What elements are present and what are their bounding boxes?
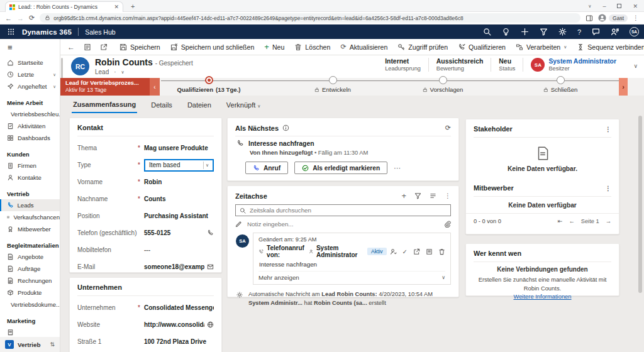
sidebar-item-invoices[interactable]: Rechnungen [0,275,60,287]
timeline-entry-autopost[interactable]: Automatische Nachricht am Lead Robin Cou… [228,285,458,308]
browser-menu-icon[interactable]: ⋮ [633,14,639,21]
show-more-link[interactable]: Mehr anzeigen ∨ [258,271,445,281]
competitors-more-icon[interactable]: ⋮ [605,185,611,192]
next-activity[interactable]: Interesse nachfragen [236,140,450,147]
timeline-search[interactable] [235,204,451,216]
field-company[interactable]: Unternehmen* Consolidated Messenger [70,299,221,316]
feedback-chat-icon[interactable] [592,28,600,36]
paperclip-icon[interactable] [444,221,451,228]
bpf-stage-close[interactable]: Schließen [510,78,611,93]
more-info-link[interactable]: Weitere Informationen [513,293,571,300]
browser-reload-icon[interactable]: ⟳ [29,14,35,22]
timeline-collapse-icon[interactable] [430,192,436,199]
timeline-add-icon[interactable]: + [401,191,406,201]
browser-tab[interactable]: Lead: : Robin Counts - Dynamics ✕ [5,1,123,12]
header-field-lead-source[interactable]: Internet Leadursprung [377,58,429,72]
timeline-more-icon[interactable]: ⋮ [445,192,451,199]
tab-files[interactable]: Dateien [186,99,213,113]
tab-related[interactable]: Verknüpft ∨ [225,99,262,113]
bpf-stage-qualify[interactable]: Qualifizieren(13 Tge.) [158,78,259,93]
field-website[interactable]: Website http://www.consolidatedmes... [70,316,221,333]
sidebar-item-sales-accelerator[interactable]: Vertriebsbeschleu... [0,108,60,120]
sidebar-item-accounts[interactable]: Firmen [0,160,60,172]
bpf-stage-develop[interactable]: Entwickeln [282,78,383,93]
field-firstname[interactable]: Vorname* Robin [70,173,221,190]
sync-icon[interactable]: ⟳ [445,124,451,132]
next-page-icon[interactable]: → [606,218,611,224]
field-type[interactable]: Type* Item based ∨ [70,157,221,173]
area-switcher[interactable]: V Vertrieb ⇅ [0,337,60,352]
field-business-phone[interactable]: Telefon (geschäftlich) 555-0125 [70,224,221,241]
browser-back-icon[interactable]: ← [5,14,12,22]
dynamics-brand[interactable]: Dynamics 365 [22,28,72,36]
header-field-status[interactable]: Neu Status [491,58,523,72]
note-icon[interactable] [426,248,433,255]
field-street1[interactable]: Straße 1 100 72nd Plaza Drive [70,333,221,350]
field-jobtitle[interactable]: Position Purchasing Assistant [70,207,221,224]
help-icon[interactable]: ? [577,28,581,36]
field-mobile-phone[interactable]: Mobiltelefon --- [70,241,221,258]
tab-details[interactable]: Details [150,99,174,113]
header-field-rating[interactable]: Aussichtsreich Bewertung [429,58,492,72]
sidebar-item-opportunities[interactable]: Verkaufschancen [0,211,60,223]
app-name[interactable]: Sales Hub [85,28,115,36]
sidebar-item-quotes[interactable]: Angebote [0,251,60,263]
quick-create-icon[interactable] [521,28,529,36]
sitemap-hamburger-icon[interactable]: ≡ [0,39,60,55]
url-field[interactable]: orgb95d5c1b.crm4.dynamics.com/main.aspx?… [40,13,580,23]
sidebar-item-contacts[interactable]: Kontakte [0,172,60,184]
sidebar-item-activities[interactable]: Aktivitäten [0,120,60,132]
sidebar-item-orders[interactable]: Aufträge [0,263,60,275]
bpf-process-box[interactable]: Lead für Vertriebsprozes... Aktiv für 13… [60,78,150,96]
browser-forward-icon[interactable]: → [17,14,24,22]
waffle-icon[interactable] [0,28,22,35]
field-email[interactable]: E-Mail someone18@example.com [70,258,221,275]
sidebar-item-dashboards[interactable]: Dashboards [0,132,60,144]
record-entity[interactable]: Lead · ∨ [95,69,125,75]
settings-gear-icon[interactable] [558,28,567,36]
field-topic[interactable]: Thema* Mag unsere Produkte [70,140,221,157]
search-icon[interactable] [483,28,491,36]
user-avatar[interactable]: SA [630,27,639,36]
person-flag-icon[interactable] [611,28,619,36]
tab-summary[interactable]: Zusammenfassung [72,98,137,113]
field-lastname[interactable]: Nachname* Counts [70,190,221,207]
body-scrollbar-thumb[interactable] [638,116,642,293]
open-record-icon[interactable] [413,248,420,255]
prev-page-icon[interactable]: ← [569,218,574,224]
browser-profile-button[interactable]: Gast [598,14,628,22]
note-input[interactable] [247,221,439,228]
timeline-search-input[interactable] [250,207,447,214]
bpf-next-stage-button[interactable]: › [619,78,628,96]
filter-icon[interactable] [540,28,548,36]
timeline-note-row[interactable] [235,221,451,228]
sidebar-item-home[interactable]: Startseite [0,57,60,69]
header-expand-chevron-icon[interactable]: ∨ [633,63,638,69]
sidebar-item-leads[interactable]: Leads [0,199,60,211]
mark-complete-button[interactable]: Als erledigt markieren [294,162,387,174]
call-button[interactable]: Anruf [245,162,288,174]
type-combobox[interactable]: Item based ∨ [144,159,214,172]
email-icon[interactable] [207,263,214,270]
tab-close-icon[interactable]: ✕ [114,4,119,10]
info-icon[interactable] [282,124,289,131]
window-close-button[interactable]: ✕ [633,3,638,9]
sidebar-item-sales-literature[interactable]: Vertriebsdokume... [0,299,60,311]
trash-icon[interactable] [438,248,445,255]
sidebar-item-pinned[interactable]: Angeheftet∨ [0,80,60,92]
window-minimize-button[interactable]: – [602,3,606,9]
first-page-icon[interactable]: ⇤ [558,217,563,224]
globe-icon[interactable] [207,321,214,328]
sidebar-item-recent[interactable]: Letzte∨ [0,69,60,80]
bpf-stage-propose[interactable]: Vorschlagen [392,78,493,93]
sidebar-item-competitors[interactable]: Mitbewerber [0,223,60,235]
lightbulb-icon[interactable] [502,28,510,36]
timeline-entry-phonecall[interactable]: SA Geändert am: 9:25 AM Telefonanruf von… [253,233,451,285]
split-screen-icon[interactable] [586,14,593,22]
more-options-icon[interactable]: ⋯ [394,164,401,172]
window-maximize-button[interactable] [617,4,621,8]
timeline-filter-icon[interactable] [414,192,421,199]
header-field-owner[interactable]: SA System Administrator Besitzer [523,58,624,72]
new-tab-button[interactable]: + [131,3,135,10]
sidebar-item-products[interactable]: Produkte [0,287,60,299]
